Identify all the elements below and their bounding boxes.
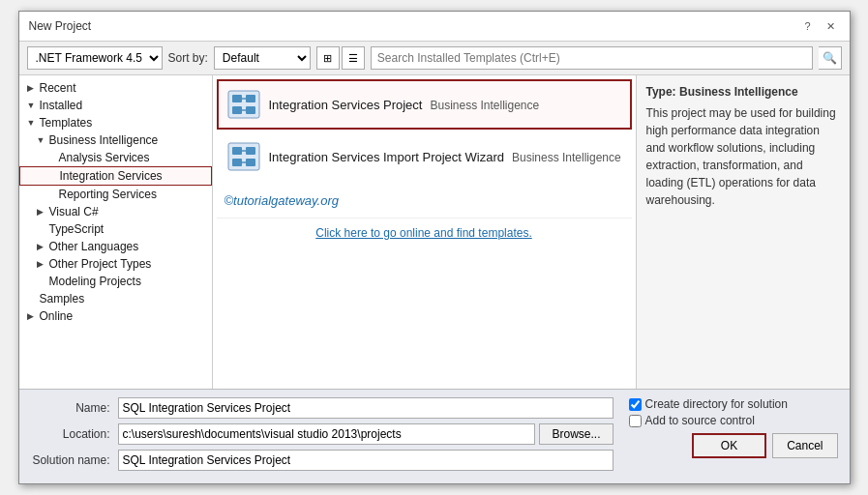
sidebar-label-other-langs: Other Languages xyxy=(49,240,139,253)
sidebar-item-samples[interactable]: Samples xyxy=(19,290,212,307)
svg-rect-11 xyxy=(246,159,255,166)
action-buttons: OK Cancel xyxy=(625,433,838,458)
form-fields: Name: Location: Browse... Solution name: xyxy=(31,397,614,476)
description-type: Type: Business Intelligence xyxy=(646,85,840,99)
project-icon-integration-services-import xyxy=(226,139,261,174)
sidebar: ▶Recent▼Installed▼Templates▼Business Int… xyxy=(19,75,213,389)
main-content: ▶Recent▼Installed▼Templates▼Business Int… xyxy=(19,75,850,389)
tree-arrow-other-proj: ▶ xyxy=(37,259,46,269)
location-input[interactable] xyxy=(118,423,536,445)
location-row: Location: Browse... xyxy=(31,423,614,445)
project-category-integration-services-import: Business Intelligence xyxy=(512,151,621,164)
search-icon[interactable]: 🔍 xyxy=(819,46,842,70)
tree-arrow-bi: ▼ xyxy=(37,135,46,145)
online-link[interactable]: Click here to go online and find templat… xyxy=(315,226,531,240)
sidebar-label-installed: Installed xyxy=(40,99,83,112)
grid-view-button[interactable]: ⊞ xyxy=(316,46,340,70)
new-project-dialog: New Project ? ✕ .NET Framework 4.5 Sort … xyxy=(18,11,851,484)
sidebar-label-modeling: Modeling Projects xyxy=(49,275,141,288)
sidebar-item-analysis[interactable]: Analysis Services xyxy=(19,149,212,166)
location-label: Location: xyxy=(31,427,118,441)
sidebar-label-reporting: Reporting Services xyxy=(59,188,157,201)
svg-rect-4 xyxy=(246,106,255,114)
bottom-section: Name: Location: Browse... Solution name: xyxy=(19,389,850,483)
svg-rect-1 xyxy=(232,95,242,102)
create-dir-checkbox[interactable] xyxy=(629,398,642,411)
sidebar-item-other-langs[interactable]: ▶Other Languages xyxy=(19,238,212,255)
close-button[interactable]: ✕ xyxy=(823,17,840,35)
bottom-form-area: Name: Location: Browse... Solution name: xyxy=(31,397,838,476)
type-value: Business Intelligence xyxy=(679,85,798,99)
sidebar-label-samples: Samples xyxy=(40,292,85,306)
name-input[interactable] xyxy=(118,397,614,419)
solution-input[interactable] xyxy=(118,450,614,471)
project-name-integration-services-import: Integration Services Import Project Wiza… xyxy=(269,150,504,164)
add-source-checkbox-row[interactable]: Add to source control xyxy=(629,414,838,427)
online-link-section: Click here to go online and find templat… xyxy=(217,218,632,248)
browse-button[interactable]: Browse... xyxy=(539,423,613,445)
sidebar-label-vcsharp: Visual C# xyxy=(49,205,99,218)
svg-rect-3 xyxy=(232,106,242,114)
location-field-group: Browse... xyxy=(118,423,614,445)
sidebar-label-typescript: TypeScript xyxy=(49,222,105,236)
tree-arrow-installed: ▼ xyxy=(27,101,37,110)
ok-button[interactable]: OK xyxy=(692,433,766,458)
svg-rect-2 xyxy=(246,95,255,102)
sidebar-label-analysis: Analysis Services xyxy=(59,151,150,164)
create-dir-label: Create directory for solution xyxy=(645,397,788,411)
create-dir-checkbox-row[interactable]: Create directory for solution xyxy=(629,397,838,411)
description-text: This project may be used for building hi… xyxy=(646,104,840,209)
project-list: Integration Services ProjectBusiness Int… xyxy=(213,75,637,389)
dialog-title: New Project xyxy=(29,19,92,33)
watermark-text: ©tutorialgateway.org xyxy=(217,184,632,218)
sidebar-item-online[interactable]: ▶Online xyxy=(19,307,212,325)
search-input[interactable] xyxy=(371,46,813,70)
project-category-integration-services-project: Business Intelligence xyxy=(430,99,539,112)
project-icon-integration-services-project xyxy=(226,87,261,122)
options-checkboxes: Create directory for solution Add to sou… xyxy=(629,397,838,427)
sidebar-label-bi: Business Intelligence xyxy=(49,133,159,147)
description-panel: Type: Business Intelligence This project… xyxy=(637,75,850,389)
project-item-integration-services-project[interactable]: Integration Services ProjectBusiness Int… xyxy=(217,79,632,130)
sidebar-label-recent: Recent xyxy=(40,81,76,95)
framework-select[interactable]: .NET Framework 4.5 xyxy=(27,46,163,70)
sidebar-item-templates[interactable]: ▼Templates xyxy=(19,114,212,131)
name-label: Name: xyxy=(31,401,118,415)
title-bar-buttons: ? ✕ xyxy=(799,17,840,35)
sidebar-item-vcsharp[interactable]: ▶Visual C# xyxy=(19,203,212,220)
sidebar-label-online: Online xyxy=(40,309,74,323)
checkboxes-and-buttons: Create directory for solution Add to sou… xyxy=(625,397,838,476)
svg-rect-8 xyxy=(232,147,242,155)
project-item-integration-services-import[interactable]: Integration Services Import Project Wiza… xyxy=(217,131,632,182)
tree-arrow-templates: ▼ xyxy=(27,118,37,128)
solution-label: Solution name: xyxy=(31,453,118,467)
toolbar: .NET Framework 4.5 Sort by: Default ⊞ ☰ … xyxy=(19,42,850,75)
sidebar-label-templates: Templates xyxy=(40,116,93,130)
sidebar-item-bi[interactable]: ▼Business Intelligence xyxy=(19,131,212,149)
sidebar-item-other-proj[interactable]: ▶Other Project Types xyxy=(19,255,212,273)
project-name-integration-services-project: Integration Services Project xyxy=(269,98,423,112)
tree-arrow-online: ▶ xyxy=(27,311,37,321)
sidebar-item-installed[interactable]: ▼Installed xyxy=(19,97,212,114)
title-bar: New Project ? ✕ xyxy=(19,12,850,42)
view-buttons: ⊞ ☰ xyxy=(316,46,365,70)
sidebar-item-typescript[interactable]: TypeScript xyxy=(19,220,212,238)
name-row: Name: xyxy=(31,397,614,419)
sidebar-label-integration: Integration Services xyxy=(60,169,163,183)
sidebar-item-reporting[interactable]: Reporting Services xyxy=(19,186,212,203)
list-view-button[interactable]: ☰ xyxy=(342,46,365,70)
cancel-button[interactable]: Cancel xyxy=(772,433,837,458)
sort-label: Sort by: xyxy=(168,51,208,65)
sort-select[interactable]: Default xyxy=(214,46,311,70)
tree-arrow-recent: ▶ xyxy=(27,83,37,93)
svg-rect-10 xyxy=(232,159,242,166)
sidebar-item-integration[interactable]: Integration Services xyxy=(19,166,212,186)
type-label: Type: xyxy=(646,85,676,99)
sidebar-label-other-proj: Other Project Types xyxy=(49,257,152,271)
add-source-checkbox[interactable] xyxy=(629,415,642,427)
project-info-integration-services-project: Integration Services ProjectBusiness Int… xyxy=(269,98,622,112)
project-info-integration-services-import: Integration Services Import Project Wiza… xyxy=(269,150,622,164)
sidebar-item-modeling[interactable]: Modeling Projects xyxy=(19,273,212,290)
sidebar-item-recent[interactable]: ▶Recent xyxy=(19,79,212,97)
help-button[interactable]: ? xyxy=(799,17,817,35)
